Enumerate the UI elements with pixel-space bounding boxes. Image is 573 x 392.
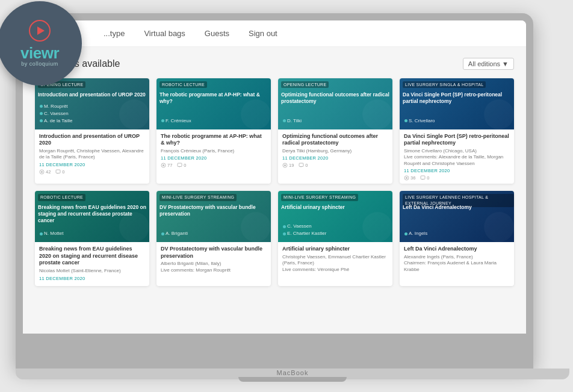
card-views: 19 xyxy=(282,163,294,168)
card-thumb-title: Breaking news from EAU guidelines 2020 o… xyxy=(38,204,146,224)
macbook-label: MacBook xyxy=(16,369,569,377)
card-thumbnail: MINI-LIVE SURGERY STREAMING DV Prostatec… xyxy=(156,191,271,242)
card-thumb-title: Left Da Vinci Adrenalectomy xyxy=(403,204,511,211)
card-thumbnail: ROBOTIC LECTURE The robotic programme at… xyxy=(156,78,271,129)
card-speakers: C. VaessenE. Chartier Kastler xyxy=(283,223,326,237)
card-thumbnail: OPENING LECTURE Introduction and present… xyxy=(35,78,149,129)
card-title: Da Vinci Single Port (SP) retro-peritone… xyxy=(404,133,510,147)
card-title: The robotic programme at AP-HP: what & w… xyxy=(161,133,267,147)
card-item[interactable]: MINI-LIVE SURGERY STREAMING DV Prostatec… xyxy=(156,191,271,285)
card-thumb-title: Da Vinci Single Port (SP) retro-peritone… xyxy=(403,92,511,105)
card-stats: 19 0 xyxy=(282,163,388,168)
cards-grid: OPENING LECTURE Introduction and present… xyxy=(35,78,514,286)
card-body: Da Vinci Single Port (SP) retro-peritone… xyxy=(400,129,514,184)
card-comments: 0 xyxy=(420,175,429,181)
section-header: All replays available All editions ▼ xyxy=(35,58,514,70)
card-speakers: D. Tilki xyxy=(283,117,302,125)
card-speakers: N. Mottet xyxy=(40,230,63,237)
card-tag: MINI-LIVE SURGERY STREAMING xyxy=(160,194,237,201)
svg-point-7 xyxy=(284,164,286,166)
card-thumb-title: Introduction and presentation of UROP 20… xyxy=(38,92,146,98)
card-date: 11 DECEMBER 2020 xyxy=(404,168,510,173)
card-date: 11 DECEMBER 2020 xyxy=(282,155,388,161)
card-meta: Alberto Briganti (Milan, Italy)Live comm… xyxy=(161,261,267,273)
card-meta: François Crémieux (Paris, France) xyxy=(161,148,267,154)
card-item[interactable]: ROBOTIC LECTURE The robotic programme at… xyxy=(156,78,271,184)
card-meta: Christophe Vaessen, Emmanuel Chartier Ka… xyxy=(282,254,388,273)
card-thumbnail: LIVE SURGERY LAENNEC HOSPITAL & EXTERNAL… xyxy=(400,191,514,242)
card-title: Artificial urinary sphincter xyxy=(282,246,388,253)
card-item[interactable]: LIVE SURGERY SINGLA & HOSPITAL Da Vinci … xyxy=(400,78,514,184)
card-meta: Nicolas Mottet (Saint-Etienne, France) xyxy=(39,268,145,274)
card-meta: Alexandre Ingels (Paris, France)Chairmen… xyxy=(404,254,510,273)
nav-bar: ...type Virtual bags Guests Sign out xyxy=(23,20,526,47)
card-tag: ROBOTIC LECTURE xyxy=(160,81,207,89)
card-date: 11 DECEMBER 2020 xyxy=(39,276,145,281)
card-body: Breaking news from EAU guidelines 2020 o… xyxy=(35,242,149,285)
card-comments: 0 xyxy=(177,163,186,168)
card-views: 36 xyxy=(404,175,415,181)
card-body: DV Prostatectomy with vascular bundle pr… xyxy=(156,242,271,278)
svg-point-10 xyxy=(406,177,407,179)
card-title: Breaking news from EAU guidelines 2020 o… xyxy=(39,246,145,267)
svg-point-1 xyxy=(41,171,43,173)
card-item[interactable]: MINI-LIVE SURGERY STREAMING Artificial u… xyxy=(278,191,392,285)
logo-circle: viewr by colloquium xyxy=(0,1,82,86)
card-stats: 77 0 xyxy=(161,163,267,168)
main-content: All replays available All editions ▼ OPE… xyxy=(23,47,526,334)
card-title: Optimizing functional outcomes after rad… xyxy=(282,133,388,147)
card-views: 42 xyxy=(39,169,51,175)
laptop-screen: ...type Virtual bags Guests Sign out All… xyxy=(23,20,526,334)
card-item[interactable]: ROBOTIC LECTURE Breaking news from EAU g… xyxy=(35,191,149,285)
nav-virtual-bags[interactable]: Virtual bags xyxy=(141,29,187,38)
logo-r: r xyxy=(53,44,59,62)
card-title: Introduction and presentation of UROP 20… xyxy=(39,133,145,147)
laptop-outer: ...type Virtual bags Guests Sign out All… xyxy=(16,13,533,369)
filter-button[interactable]: All editions ▼ xyxy=(463,58,514,70)
card-body: Optimizing functional outcomes after rad… xyxy=(278,129,392,172)
card-item[interactable]: OPENING LECTURE Optimizing functional ou… xyxy=(278,78,392,184)
logo-view: view xyxy=(20,44,53,62)
card-speakers: S. Crivellaro xyxy=(404,117,435,125)
card-tag: OPENING LECTURE xyxy=(281,81,329,89)
card-thumbnail: ROBOTIC LECTURE Breaking news from EAU g… xyxy=(35,191,149,242)
card-meta: Derya Tilki (Hamburg, Germany) xyxy=(282,148,388,154)
card-body: The robotic programme at AP-HP: what & w… xyxy=(156,129,271,172)
svg-rect-5 xyxy=(178,163,182,167)
card-speakers: A. Briganti xyxy=(161,230,188,237)
svg-point-4 xyxy=(163,164,164,166)
svg-rect-8 xyxy=(299,163,303,167)
play-triangle xyxy=(37,26,45,35)
svg-rect-11 xyxy=(421,176,425,179)
card-views: 77 xyxy=(161,163,172,168)
nav-type[interactable]: ...type xyxy=(101,29,127,38)
card-item[interactable]: LIVE SURGERY LAENNEC HOSPITAL & EXTERNAL… xyxy=(400,191,514,285)
nav-sign-out[interactable]: Sign out xyxy=(246,29,280,38)
card-stats: 42 0 xyxy=(39,169,145,175)
card-body: Introduction and presentation of UROP 20… xyxy=(35,129,149,178)
play-icon xyxy=(29,20,51,42)
card-speakers: M. RouprêtC. VaessenA. de la Taille xyxy=(40,103,72,125)
card-thumbnail: MINI-LIVE SURGERY STREAMING Artificial u… xyxy=(278,191,392,242)
card-tag: LIVE SURGERY SINGLA & HOSPITAL xyxy=(403,81,486,89)
card-body: Artificial urinary sphincter Christophe … xyxy=(278,242,392,277)
card-thumb-title: The robotic programme at AP-HP: what & w… xyxy=(160,92,268,105)
logo-text: viewr xyxy=(20,45,59,61)
nav-guests[interactable]: Guests xyxy=(202,29,232,38)
card-thumb-title: Artificial urinary sphincter xyxy=(281,204,389,211)
card-tag: ROBOTIC LECTURE xyxy=(38,194,85,201)
card-thumb-title: Optimizing functional outcomes after rad… xyxy=(281,92,389,105)
card-date: 11 DECEMBER 2020 xyxy=(39,162,145,167)
card-tag: MINI-LIVE SURGERY STREAMING xyxy=(281,194,358,201)
card-item[interactable]: OPENING LECTURE Introduction and present… xyxy=(35,78,149,184)
card-date: 11 DECEMBER 2020 xyxy=(161,155,267,161)
card-meta: Simone Crivellaro (Chicago, USA)Live com… xyxy=(404,148,510,167)
card-thumb-title: DV Prostatectomy with vascular bundle pr… xyxy=(160,204,268,217)
svg-rect-2 xyxy=(56,170,60,173)
card-thumbnail: LIVE SURGERY SINGLA & HOSPITAL Da Vinci … xyxy=(400,78,514,129)
card-comments: 0 xyxy=(55,169,64,175)
laptop-base: MacBook xyxy=(16,369,569,379)
card-title: DV Prostatectomy with vascular bundle pr… xyxy=(161,246,267,260)
card-title: Left Da Vinci Adrenalectomy xyxy=(404,246,510,253)
card-comments: 0 xyxy=(299,163,308,168)
